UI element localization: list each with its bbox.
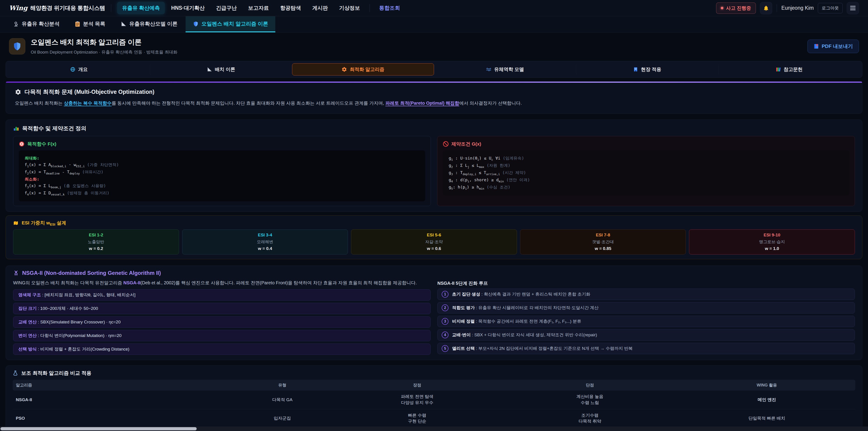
section-heading: 목적함수 및 제약조건 정의 <box>13 125 855 132</box>
set-square-icon <box>207 67 212 72</box>
maximize-label: 최대화: <box>25 155 419 161</box>
map-icon <box>13 220 19 226</box>
tab-label: 유출유 확산분석 <box>22 20 59 27</box>
section-tab-hydrodynamics[interactable]: 유체역학 모델 <box>434 63 576 75</box>
nav-item-rescue[interactable]: 긴급구난 <box>211 2 242 14</box>
target-icon <box>19 141 25 147</box>
horizontal-scrollbar-track[interactable] <box>0 427 868 431</box>
step-number-icon: 5 <box>442 345 448 352</box>
section-tab-overview[interactable]: 개요 <box>8 63 150 75</box>
col-cons: 단점 <box>501 380 678 391</box>
section-heading: NSGA-II (Non-dominated Sorting Genetic A… <box>13 270 855 276</box>
section-tab-references[interactable]: 참고문헌 <box>718 63 860 75</box>
building-icon <box>633 67 638 72</box>
section-title: 목적함수 및 제약조건 정의 <box>22 125 86 132</box>
shield-icon <box>193 21 199 27</box>
minimize-label: 최소화: <box>25 176 419 182</box>
nsga-intro: WING의 오일펜스 배치 최적화는 다목적 유전알고리즘 NSGA-II(De… <box>13 279 431 286</box>
section-heading: ESI 가중치 wESI 설계 <box>13 220 855 226</box>
nav-item-reports[interactable]: 보고자료 <box>243 2 274 14</box>
app-logo[interactable]: Wing 해양환경 위기대응 통합시스템 <box>9 4 105 12</box>
esi-range: ESI 1-2 <box>15 233 177 238</box>
dna-icon <box>13 270 19 276</box>
esi-weight: w = 0.85 <box>522 246 684 251</box>
tab-analysis-list[interactable]: 분석 목록 <box>68 16 112 32</box>
bar-chart-icon <box>13 125 19 131</box>
topbar-right-cluster: 사고 진행중 Eunjeong Kim 로그아웃 <box>716 2 859 14</box>
section-tab-field-application[interactable]: 현장 적용 <box>576 63 718 75</box>
logout-button[interactable]: 로그아웃 <box>818 3 843 13</box>
books-icon <box>776 67 781 72</box>
tab-label: 오일펜스 배치 알고리즘 이론 <box>202 20 268 27</box>
tab-boom-algorithm-theory[interactable]: 오일펜스 배치 알고리즘 이론 <box>186 16 275 32</box>
section-tabs: 개요 배치 이론 최적화 알고리즘 유체역학 모델 현장 적용 참고문헌 <box>6 61 862 78</box>
nav-item-oil-spill-prediction[interactable]: 유출유 확산예측 <box>117 2 165 14</box>
pdf-export-label: PDF 내보내기 <box>822 43 853 50</box>
nav-item-board[interactable]: 게시판 <box>307 2 333 14</box>
multi-objective-section: 다목적 최적화 문제 (Multi-Objective Optimization… <box>6 81 862 114</box>
menu-button[interactable] <box>847 2 859 14</box>
algorithm-name: PSO <box>13 409 232 428</box>
section-tab-deployment-theory[interactable]: 배치 이론 <box>150 63 292 75</box>
section-tab-label: 최적화 알고리즘 <box>350 66 384 72</box>
esi-shore-type: 갯벌·조간대 <box>522 239 684 245</box>
incident-status-badge[interactable]: 사고 진행중 <box>716 2 756 14</box>
formula-f1: f1(x) = Σ Ablocked,i · wESI,i (가중 차단면적) <box>25 161 419 168</box>
formula-f4: f4(x) = Σ Dvessel,k (방제정 총 이동거리) <box>25 190 419 197</box>
nsga-step-4: 4 교배·변이 : SBX + 다항식 변이로 자식 세대 생성, 제약조건 위… <box>437 329 855 341</box>
no-entry-icon <box>443 141 449 147</box>
wing-usage: 메인 엔진 <box>678 391 855 409</box>
section-tab-label: 유체역학 모델 <box>494 66 524 72</box>
nav-item-weather[interactable]: 기상정보 <box>334 2 365 14</box>
horizontal-scrollbar-thumb[interactable] <box>0 427 197 430</box>
step-number-icon: 2 <box>442 304 448 311</box>
tab-spill-model-theory[interactable]: 유출유확산모델 이론 <box>114 16 185 32</box>
section-tab-label: 참고문헌 <box>784 66 803 72</box>
section-tab-label: 개요 <box>78 66 88 72</box>
user-name: Eunjeong Kim <box>781 5 814 11</box>
notifications-button[interactable] <box>760 2 772 14</box>
wave-icon <box>486 67 491 72</box>
objective-function-panel: 목적함수 F(x) 최대화: f1(x) = Σ Ablocked,i · wE… <box>13 136 431 206</box>
bell-icon <box>763 5 769 11</box>
incident-dot-icon <box>721 7 723 9</box>
esi-card-9-10: ESI 9-10 맹그로브·습지 w = 1.0 <box>689 229 855 254</box>
esi-shore-type: 맹그로브·습지 <box>691 239 853 245</box>
esi-shore-type: 모래해변 <box>184 239 346 245</box>
nsga-step-1: 1 초기 집단 생성 : 확산예측 결과 기반 랜덤 + 휴리스틱 배치안 혼합… <box>437 288 855 300</box>
nav-item-integrated-search[interactable]: 통합조회 <box>374 2 405 14</box>
esi-range: ESI 7-8 <box>522 233 684 238</box>
microscope-icon <box>13 21 19 27</box>
nsga-step-5: 5 엘리트 선택 : 부모+자식 2N 집단에서 비지배 정렬+혼잡도 기준으로… <box>437 343 855 354</box>
tab-spill-analysis[interactable]: 유출유 확산분석 <box>6 16 67 32</box>
nav-item-aerial-search[interactable]: 항공탐색 <box>275 2 306 14</box>
globe-icon <box>70 67 75 72</box>
hamburger-icon <box>850 6 856 10</box>
esi-card-7-8: ESI 7-8 갯벌·조간대 w = 0.85 <box>520 229 686 254</box>
formula-f2: f2(x) = Tdeadline - Tdeploy (여유시간) <box>25 168 419 176</box>
nsga-params-column: WING의 오일펜스 배치 최적화는 다목적 유전알고리즘 NSGA-II(De… <box>13 279 431 355</box>
nav-item-hns[interactable]: HNS·대기확산 <box>166 2 210 14</box>
col-type: 유형 <box>232 380 333 391</box>
section-tab-label: 현장 적용 <box>641 66 661 72</box>
top-navigation-bar: Wing 해양환경 위기대응 통합시스템 유출유 확산예측 HNS·대기확산 긴… <box>0 0 868 16</box>
section-tab-optimization-algorithm[interactable]: 최적화 알고리즘 <box>292 63 434 75</box>
section-heading: 보조 최적화 알고리즘 비교 적용 <box>13 370 855 376</box>
step-number-icon: 4 <box>442 332 448 338</box>
section-body: 오일펜스 배치 최적화는 상충하는 복수 목적함수를 동시에 만족해야 하는 전… <box>15 100 853 107</box>
section-title: NSGA-II (Non-dominated Sorting Genetic A… <box>22 270 161 276</box>
page-title-block: 오일펜스 배치 최적화 알고리즘 이론 Oil Boom Deployment … <box>31 37 178 55</box>
formula-f3: f3(x) = Σ Lboom,j (총 오일펜스 사용량) <box>25 182 419 190</box>
panel-title: 제약조건 G(x) <box>443 141 849 147</box>
algorithm-comparison-section: 보조 최적화 알고리즘 비교 적용 알고리즘 유형 장점 단점 WING 활용 … <box>6 366 862 431</box>
objective-formulas: 최대화: f1(x) = Σ Ablocked,i · wESI,i (가중 차… <box>19 150 425 202</box>
esi-range: ESI 9-10 <box>691 233 853 238</box>
pdf-export-button[interactable]: PDF 내보내기 <box>807 39 859 53</box>
nsga-param-crossover: 교배 연산 : SBX(Simulated Binary Crossover) … <box>13 316 431 328</box>
page-subtitle: Oil Boom Deployment Optimization · 유출유 확… <box>31 49 178 55</box>
esi-weight: w = 0.6 <box>353 246 515 251</box>
step-number-icon: 1 <box>442 291 448 298</box>
nsga-param-mutation: 변이 연산 : 다항식 변이(Polynomial Mutation) · ηm… <box>13 330 431 341</box>
nsga-loop-title: NSGA-II 5단계 진화 루프 <box>437 279 855 286</box>
highlight-pareto-optimal: 파레토 최적(Pareto Optimal) 해집합 <box>385 100 459 105</box>
